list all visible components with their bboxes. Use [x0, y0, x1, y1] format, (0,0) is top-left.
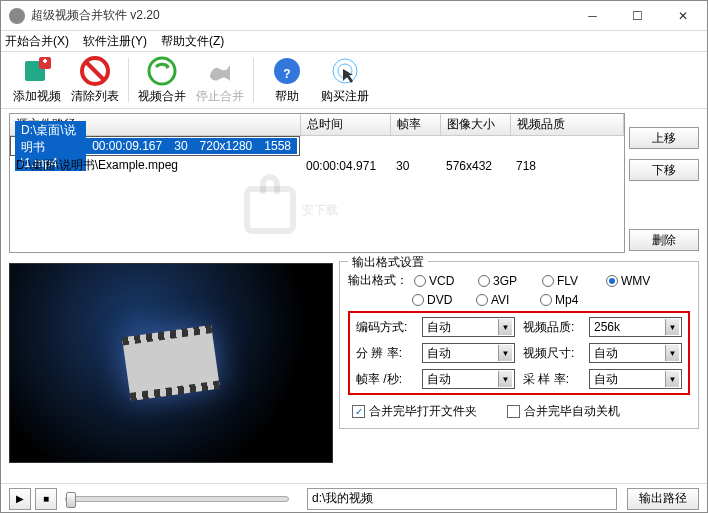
maximize-button[interactable]: ☐ — [615, 2, 660, 30]
move-up-button[interactable]: 上移 — [629, 127, 699, 149]
fps-select[interactable]: 自动▼ — [422, 369, 515, 389]
menu-register[interactable]: 软件注册(Y) — [83, 33, 147, 50]
radio-mp4[interactable]: Mp4 — [540, 293, 598, 307]
help-label: 帮助 — [275, 88, 299, 105]
video-size-select[interactable]: 自动▼ — [589, 343, 682, 363]
format-label: 输出格式： — [348, 272, 408, 289]
radio-dvd[interactable]: DVD — [412, 293, 470, 307]
sample-rate-label: 采 样 率: — [523, 371, 581, 388]
help-icon: ? — [271, 55, 303, 87]
output-path-input[interactable]: d:\我的视频 — [307, 488, 617, 510]
menu-help[interactable]: 帮助文件(Z) — [161, 33, 224, 50]
svg-point-4 — [149, 58, 175, 84]
bottom-bar: ▶ ■ d:\我的视频 输出路径 — [1, 483, 707, 513]
chevron-down-icon: ▼ — [665, 371, 679, 387]
merge-icon — [146, 55, 178, 87]
radio-wmv[interactable]: WMV — [606, 274, 664, 288]
cursor-icon — [329, 55, 361, 87]
chevron-down-icon: ▼ — [665, 319, 679, 335]
menu-start[interactable]: 开始合并(X) — [5, 33, 69, 50]
resolution-label: 分 辨 率: — [356, 345, 414, 362]
resolution-select[interactable]: 自动▼ — [422, 343, 515, 363]
video-preview — [9, 263, 333, 463]
sample-rate-select[interactable]: 自动▼ — [589, 369, 682, 389]
add-icon — [21, 55, 53, 87]
stop-icon — [204, 55, 236, 87]
stop-label: 停止合并 — [196, 88, 244, 105]
video-quality-label: 视频品质: — [523, 319, 581, 336]
clear-list-button[interactable]: 清除列表 — [67, 55, 123, 105]
settings-legend: 输出格式设置 — [348, 254, 428, 271]
svg-text:?: ? — [283, 67, 290, 81]
forbidden-icon — [79, 55, 111, 87]
video-quality-select[interactable]: 256k▼ — [589, 317, 682, 337]
table-row[interactable]: D:\桌面\说明书\1.mp4 00:00:09.167 30 720x1280… — [10, 136, 300, 156]
minimize-button[interactable]: ─ — [570, 2, 615, 30]
radio-vcd[interactable]: VCD — [414, 274, 472, 288]
merge-button[interactable]: 视频合并 — [134, 55, 190, 105]
add-video-button[interactable]: 添加视频 — [9, 55, 65, 105]
radio-3gp[interactable]: 3GP — [478, 274, 536, 288]
seek-slider[interactable] — [65, 496, 289, 502]
stop-button: 停止合并 — [192, 55, 248, 105]
video-size-label: 视频尺寸: — [523, 345, 581, 362]
clear-list-label: 清除列表 — [71, 88, 119, 105]
play-button[interactable]: ▶ — [9, 488, 31, 510]
radio-avi[interactable]: AVI — [476, 293, 534, 307]
delete-button[interactable]: 删除 — [629, 229, 699, 251]
close-button[interactable]: ✕ — [660, 2, 705, 30]
fps-label: 帧率 /秒: — [356, 371, 414, 388]
toolbar-separator — [253, 58, 254, 102]
titlebar: 超级视频合并软件 v2.20 ─ ☐ ✕ — [1, 1, 707, 31]
menubar: 开始合并(X) 软件注册(Y) 帮助文件(Z) — [1, 31, 707, 51]
slider-thumb[interactable] — [66, 492, 76, 508]
add-video-label: 添加视频 — [13, 88, 61, 105]
output-path-button[interactable]: 输出路径 — [627, 488, 699, 510]
move-down-button[interactable]: 下移 — [629, 159, 699, 181]
merge-label: 视频合并 — [138, 88, 186, 105]
stop-playback-button[interactable]: ■ — [35, 488, 57, 510]
file-table[interactable]: 源文件路径 总时间 帧率 图像大小 视频品质 D:\桌面\说明书\1.mp4 0… — [9, 113, 625, 253]
buy-label: 购买注册 — [321, 88, 369, 105]
svg-line-3 — [86, 62, 104, 80]
open-folder-checkbox[interactable]: ✓合并完毕打开文件夹 — [352, 403, 477, 420]
toolbar-separator — [128, 58, 129, 102]
shutdown-checkbox[interactable]: 合并完毕自动关机 — [507, 403, 620, 420]
chevron-down-icon: ▼ — [498, 319, 512, 335]
col-quality[interactable]: 视频品质 — [510, 114, 624, 136]
chevron-down-icon: ▼ — [665, 345, 679, 361]
window-title: 超级视频合并软件 v2.20 — [31, 7, 570, 24]
col-duration[interactable]: 总时间 — [300, 114, 390, 136]
radio-flv[interactable]: FLV — [542, 274, 600, 288]
toolbar: 添加视频 清除列表 视频合并 停止合并 ? 帮助 购买注册 — [1, 51, 707, 109]
encoding-select[interactable]: 自动▼ — [422, 317, 515, 337]
chevron-down-icon: ▼ — [498, 371, 512, 387]
app-icon — [9, 8, 25, 24]
buy-button[interactable]: 购买注册 — [317, 55, 373, 105]
col-size[interactable]: 图像大小 — [440, 114, 510, 136]
encoding-label: 编码方式: — [356, 319, 414, 336]
help-button[interactable]: ? 帮助 — [259, 55, 315, 105]
col-fps[interactable]: 帧率 — [390, 114, 440, 136]
output-settings-group: 输出格式设置 输出格式： VCD 3GP FLV WMV DVD AVI Mp4… — [339, 261, 699, 429]
film-icon — [122, 327, 219, 399]
chevron-down-icon: ▼ — [498, 345, 512, 361]
table-row[interactable]: D:\桌面\说明书\Example.mpeg 00:00:04.971 30 5… — [10, 156, 624, 175]
highlighted-params: 编码方式: 自动▼ 视频品质: 256k▼ 分 辨 率: 自动▼ 视频尺寸: 自… — [348, 311, 690, 395]
